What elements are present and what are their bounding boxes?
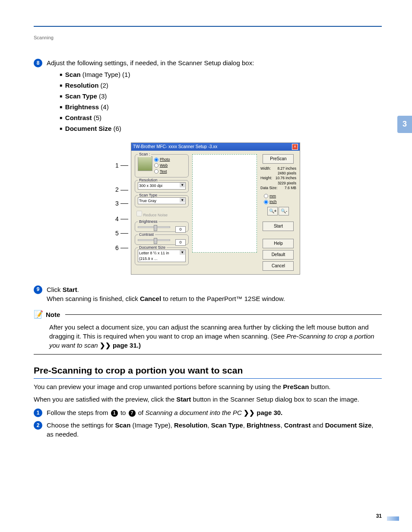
step-8-intro: Adjust the following settings, if needed… — [47, 58, 382, 67]
radio-web[interactable] — [154, 163, 158, 168]
start-button[interactable]: Start — [263, 222, 294, 231]
brightness-slider[interactable] — [138, 226, 170, 228]
scan-info: Width: 8.27 inches 2480 pixels Height: 1… — [260, 165, 296, 191]
dialog-title: TW-Brother MFC- xxxx Scanner Setup -3.xx — [133, 144, 217, 150]
zoom-out-button[interactable]: 🔍- — [279, 207, 289, 215]
brightness-value[interactable]: 0 — [175, 226, 186, 233]
inline-step-7: 7 — [129, 410, 136, 417]
step-9: 9 Click Start. When scanning is finished… — [34, 285, 382, 303]
step-number-8: 8 — [34, 59, 42, 67]
page-number-bar — [387, 516, 399, 521]
document-size-dropdown[interactable]: Letter 8 ½ x 11 in (215.9 x ... — [138, 250, 186, 262]
document-size-group: Document Size Letter 8 ½ x 11 in (215.9 … — [135, 247, 189, 265]
dialog-titlebar: TW-Brother MFC- xxxx Scanner Setup -3.xx… — [131, 143, 300, 151]
resolution-group: Resolution 300 x 300 dpi — [135, 180, 189, 193]
top-rule — [34, 26, 382, 27]
step-2: 2 Choose the settings for Scan (Image Ty… — [34, 421, 382, 439]
step-number-9: 9 — [34, 285, 42, 294]
scan-thumbnail — [138, 156, 152, 171]
pre-scanning-heading: Pre-Scanning to crop a portion you want … — [34, 364, 382, 379]
step-1: 1 Follow the steps from 1 to 7 of Scanni… — [34, 408, 382, 417]
step-8: 8 Adjust the following settings, if need… — [34, 58, 382, 135]
prescan-para-1: You can preview your image and crop unwa… — [34, 382, 382, 391]
brightness-group: Brightness 0 — [135, 222, 189, 232]
step-8-list: Scan (Image Type) (1) Resolution (2) Sca… — [47, 70, 382, 133]
radio-text[interactable] — [154, 169, 158, 174]
inline-step-1: 1 — [111, 410, 118, 417]
chapter-tab: 3 — [397, 116, 412, 133]
zoom-in-button[interactable]: 🔍+ — [267, 207, 278, 215]
close-icon[interactable]: × — [292, 144, 298, 150]
scanner-setup-screenshot: 1 2 3 4 5 6 TW-Brother MFC- xxxx Scanner… — [34, 142, 382, 274]
note-label: Note — [46, 310, 60, 319]
prescan-button[interactable]: PreScan — [263, 154, 294, 164]
resolution-dropdown[interactable]: 300 x 300 dpi — [138, 182, 186, 190]
scan-type-group: Scan Type True Gray — [135, 195, 189, 208]
contrast-group: Contrast 0 — [135, 234, 189, 245]
callout-numbers: 1 2 3 4 5 6 — [115, 142, 131, 274]
default-button[interactable]: Default — [263, 250, 294, 260]
note-block: 📝 Note After you select a document size,… — [34, 309, 382, 355]
contrast-slider[interactable] — [138, 239, 170, 241]
step-number-2: 2 — [34, 421, 42, 430]
note-icon: 📝 — [34, 309, 43, 320]
unit-inch-radio[interactable] — [264, 200, 268, 204]
help-button[interactable]: Help — [263, 239, 294, 248]
preview-area[interactable] — [192, 154, 257, 253]
reduce-noise-checkbox — [136, 211, 142, 216]
scan-type-dropdown[interactable]: True Gray — [138, 197, 186, 205]
unit-mm-radio[interactable] — [264, 194, 268, 198]
scan-group: Scan : Photo Web Text — [135, 154, 189, 177]
section-label: Scanning — [34, 35, 382, 41]
contrast-value[interactable]: 0 — [175, 239, 186, 246]
page-number: 31 — [376, 513, 382, 520]
radio-photo[interactable] — [154, 158, 158, 162]
prescan-para-2: When you are satisfied with the preview,… — [34, 395, 382, 404]
cancel-button[interactable]: Cancel — [263, 261, 294, 271]
step-number-1: 1 — [34, 408, 42, 417]
scanner-setup-dialog: TW-Brother MFC- xxxx Scanner Setup -3.xx… — [131, 142, 300, 274]
